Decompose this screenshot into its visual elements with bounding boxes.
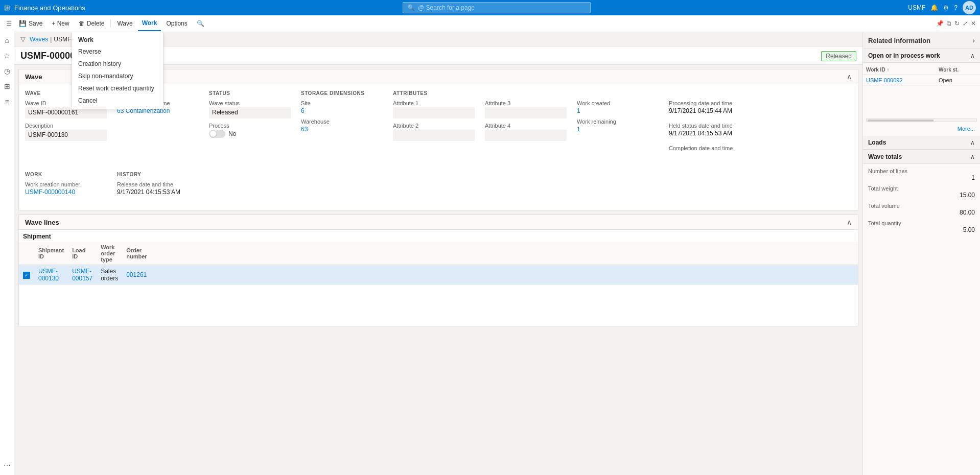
process-value: No (228, 130, 236, 137)
sidebar-list-icon[interactable]: ≡ (2, 96, 13, 107)
status-group: STATUS Wave status Released Process (209, 90, 291, 168)
wave-lines-header[interactable]: Wave lines ∧ (19, 215, 858, 230)
search-icon: 🔍 (407, 4, 415, 11)
attr4-value (485, 130, 567, 141)
dropdown-creation-history[interactable]: Creation history (72, 58, 163, 70)
open-work-body: Work ID ↑ Work st. USMF-000092 Open (863, 63, 980, 136)
right-panel-title: Related information (868, 37, 930, 44)
work-button[interactable]: Work (138, 16, 161, 31)
window-icon[interactable]: ⧉ (947, 20, 951, 27)
close-icon[interactable]: ✕ (971, 20, 976, 27)
total-weight-row: Total weight 15.00 (868, 185, 975, 199)
search-toolbar-button[interactable]: 🔍 (193, 16, 208, 31)
attributes-group: ATTRIBUTES Attribute 1 Attribute 2 (393, 90, 475, 168)
wave-totals-section: Wave totals ∧ Number of lines 1 Total we… (863, 150, 980, 242)
warehouse-label: Warehouse (301, 118, 383, 125)
row-shipment-id: USMF-000130 (34, 265, 68, 285)
total-quantity-label: Total quantity (868, 220, 975, 226)
options-button[interactable]: Options (162, 16, 191, 31)
collapse-wave-totals-icon[interactable]: ∧ (970, 153, 975, 160)
record-status: Released (821, 51, 856, 61)
row-order-number: 001261 (122, 265, 151, 285)
wave-totals-header[interactable]: Wave totals ∧ (863, 150, 980, 164)
completion-label: Completion date and time (669, 145, 771, 151)
row-check-cell: ✓ (19, 265, 34, 285)
collapse-wave-lines-icon[interactable]: ∧ (847, 218, 852, 226)
filter-icon[interactable]: ▽ (20, 35, 26, 43)
held-value: 9/17/2021 04:15:53 AM (669, 130, 771, 141)
sidebar-expand-icon[interactable]: ⋯ (2, 460, 13, 471)
work-creation-label: Work creation number (25, 181, 107, 187)
top-bar-left: ⊞ Finance and Operations (4, 4, 85, 12)
storage-group: STORAGE DIMENSIONS Site 6 Warehouse 63 (301, 90, 383, 168)
description-row: Description USMF-000130 (25, 123, 107, 141)
wave-lines-table: Shipment ID Load ID Work order type Orde… (19, 242, 858, 285)
toggle-knob (210, 131, 216, 137)
work-created-title (577, 90, 659, 96)
new-button[interactable]: + New (48, 16, 73, 31)
attr2-value (393, 130, 475, 141)
work-history-groups: WORK Work creation number USMF-000000140… (25, 172, 852, 204)
total-volume-label: Total volume (868, 203, 975, 209)
avatar[interactable]: AD (963, 1, 976, 14)
completion-value (669, 152, 771, 163)
history-group: HISTORY Release date and time 9/17/2021 … (117, 172, 199, 204)
more-link[interactable]: More... (863, 124, 980, 134)
save-button[interactable]: 💾 Save (15, 16, 46, 31)
top-bar: ⊞ Finance and Operations 🔍 @ Search for … (0, 0, 980, 15)
work-creation-value[interactable]: USMF-000000140 (25, 188, 75, 196)
num-lines-value: 1 (868, 174, 975, 181)
wave-section-title: Wave (25, 73, 42, 81)
shipment-id-link[interactable]: USMF-000130 (38, 268, 59, 282)
pin-icon[interactable]: 📌 (936, 20, 944, 27)
hamburger-icon[interactable]: ☰ (4, 18, 14, 29)
work-remaining-row: Work remaining 1 (577, 118, 659, 133)
breadcrumb-waves-link[interactable]: Waves (30, 36, 48, 43)
sidebar-modules-icon[interactable]: ⊞ (2, 81, 13, 92)
processing-row: Processing date and time 9/17/2021 04:15… (669, 100, 771, 118)
site-value[interactable]: 6 (301, 107, 305, 114)
num-lines-label: Number of lines (868, 168, 975, 174)
work-remaining-value[interactable]: 1 (577, 126, 580, 133)
refresh-icon[interactable]: ↻ (954, 20, 960, 27)
dropdown-reset-work[interactable]: Reset work created quantity (72, 82, 163, 94)
warehouse-value[interactable]: 63 (301, 126, 308, 133)
wave-status-value: Released (209, 107, 291, 118)
open-work-header[interactable]: Open or in process work ∧ (863, 49, 980, 63)
collapse-loads-icon[interactable]: ∧ (970, 139, 975, 146)
held-label: Held status date and time (669, 123, 771, 129)
col-extra (151, 242, 858, 265)
wave-lines-body: Shipment Shipment ID Load ID Work order … (19, 230, 858, 326)
search-bar[interactable]: 🔍 @ Search for a page (403, 2, 591, 13)
work-id-cell: USMF-000092 (863, 75, 936, 86)
process-toggle[interactable] (209, 130, 225, 138)
completion-row: Completion date and time (669, 145, 771, 163)
wave-button[interactable]: Wave (113, 16, 136, 31)
row-checkbox[interactable]: ✓ (23, 272, 30, 279)
gear-icon[interactable]: ⚙ (943, 4, 949, 11)
bell-icon[interactable]: 🔔 (930, 4, 938, 11)
delete-button[interactable]: 🗑 Delete (75, 16, 109, 31)
sidebar-recent-icon[interactable]: ◷ (2, 65, 13, 77)
expand-icon[interactable]: ⤢ (963, 20, 968, 27)
load-id-link[interactable]: USMF-000157 (72, 268, 92, 282)
sidebar-star-icon[interactable]: ☆ (2, 50, 13, 61)
sidebar-home-icon[interactable]: ⌂ (2, 35, 13, 46)
attr2-label: Attribute 2 (393, 123, 475, 129)
total-volume-value: 80.00 (868, 209, 975, 216)
grid-icon[interactable]: ⊞ (4, 4, 10, 12)
process-toggle-wrap: No (209, 130, 291, 138)
dropdown-cancel[interactable]: Cancel (72, 94, 163, 107)
collapse-open-work-icon[interactable]: ∧ (970, 52, 975, 59)
right-panel-chevron[interactable]: › (972, 36, 975, 44)
collapse-wave-icon[interactable]: ∧ (847, 73, 852, 81)
work-id-link[interactable]: USMF-000092 (866, 77, 903, 83)
help-icon[interactable]: ? (954, 4, 958, 11)
loads-header[interactable]: Loads ∧ (863, 136, 980, 150)
work-created-value[interactable]: 1 (577, 107, 580, 114)
order-number-link[interactable]: 001261 (126, 271, 147, 278)
dropdown-reverse[interactable]: Reverse (72, 45, 163, 58)
dropdown-skip-non-mandatory[interactable]: Skip non-mandatory (72, 70, 163, 82)
total-quantity-row: Total quantity 5.00 (868, 220, 975, 233)
attr3-value (485, 107, 567, 118)
